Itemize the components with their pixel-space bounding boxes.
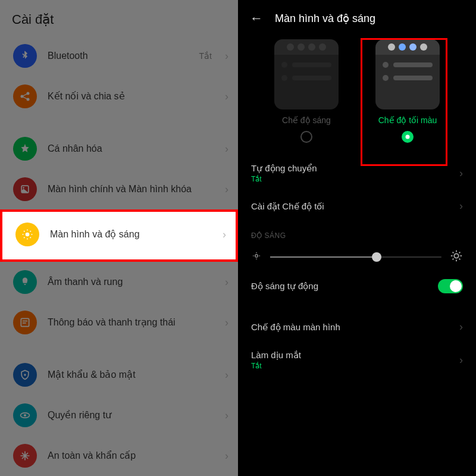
svg-line-33 bbox=[459, 252, 461, 253]
row-label: Chế độ màu màn hình bbox=[251, 322, 459, 333]
settings-item-privacy[interactable]: Quyền riêng tư › bbox=[0, 395, 238, 436]
svg-line-10 bbox=[24, 231, 24, 231]
dark-preview bbox=[375, 39, 440, 109]
light-mode-option[interactable]: Chế độ sáng bbox=[265, 39, 348, 143]
chevron-right-icon: › bbox=[225, 276, 228, 289]
auto-switch-row[interactable]: Tự động chuyển Tắt › bbox=[238, 155, 476, 192]
chevron-right-icon: › bbox=[225, 369, 228, 381]
chevron-right-icon: › bbox=[459, 167, 463, 180]
item-label: Màn hình chính và Màn hình khóa bbox=[48, 183, 214, 196]
svg-point-5 bbox=[26, 233, 30, 237]
emergency-icon bbox=[13, 444, 37, 468]
privacy-icon bbox=[13, 403, 37, 427]
notification-icon bbox=[13, 311, 37, 334]
item-label: An toàn và khẩn cấp bbox=[48, 450, 214, 462]
svg-rect-15 bbox=[23, 321, 27, 322]
row-value: Tắt bbox=[251, 175, 459, 183]
settings-item-bluetooth[interactable]: Bluetooth Tắt › bbox=[0, 36, 238, 76]
sound-icon bbox=[13, 270, 37, 294]
item-label: Âm thanh và rung bbox=[48, 276, 214, 289]
mode-label: Chế độ tối màu bbox=[378, 115, 437, 125]
item-label: Mật khẩu & bảo mật bbox=[48, 369, 214, 381]
settings-item-homescreen[interactable]: Màn hình chính và Màn hình khóa › bbox=[0, 169, 238, 209]
dark-mode-settings-row[interactable]: Cài đặt Chế độ tối › bbox=[238, 192, 476, 221]
brightness-slider[interactable] bbox=[270, 256, 441, 258]
chevron-right-icon: › bbox=[223, 228, 226, 241]
display-settings-panel: ← Màn hình và độ sáng Chế độ sáng Chế độ… bbox=[238, 0, 476, 476]
brightness-high-icon bbox=[450, 249, 463, 265]
chevron-right-icon: › bbox=[225, 90, 228, 103]
auto-brightness-row[interactable]: Độ sáng tự động bbox=[238, 271, 476, 302]
row-label: Tự động chuyển bbox=[251, 163, 459, 174]
svg-point-17 bbox=[24, 374, 26, 375]
svg-point-25 bbox=[454, 253, 458, 258]
brightness-low-icon bbox=[251, 250, 262, 264]
radio-checked[interactable] bbox=[402, 131, 414, 143]
dark-mode-option[interactable]: Chế độ tối màu bbox=[366, 39, 449, 143]
item-label: Thông báo và thanh trạng thái bbox=[48, 317, 214, 329]
lock-icon bbox=[13, 363, 37, 387]
svg-line-11 bbox=[30, 237, 31, 238]
item-value: Tắt bbox=[199, 51, 212, 61]
row-label: Độ sáng tự động bbox=[251, 281, 438, 292]
settings-item-display[interactable]: Màn hình và độ sáng › bbox=[0, 209, 238, 262]
brightness-slider-row bbox=[238, 243, 476, 271]
eye-comfort-row[interactable]: Làm dịu mắt Tắt › bbox=[238, 342, 476, 378]
item-label: Bluetooth bbox=[48, 50, 189, 62]
brightness-section-title: ĐỘ SÁNG bbox=[238, 221, 476, 243]
chevron-right-icon: › bbox=[459, 321, 463, 333]
svg-line-13 bbox=[30, 231, 31, 231]
page-title: Cài đặt bbox=[0, 0, 238, 36]
chevron-right-icon: › bbox=[225, 183, 228, 196]
chevron-right-icon: › bbox=[225, 143, 228, 155]
chevron-right-icon: › bbox=[225, 317, 228, 329]
theme-mode-selector: Chế độ sáng Chế độ tối màu bbox=[238, 36, 476, 155]
item-label: Màn hình và độ sáng bbox=[50, 228, 212, 241]
settings-item-personalize[interactable]: Cá nhân hóa › bbox=[0, 129, 238, 169]
bluetooth-icon bbox=[13, 44, 37, 68]
personalize-icon bbox=[13, 137, 37, 161]
svg-point-1 bbox=[27, 92, 30, 95]
brightness-icon bbox=[15, 223, 39, 246]
header: ← Màn hình và độ sáng bbox=[238, 0, 476, 36]
chevron-right-icon: › bbox=[459, 354, 463, 367]
svg-point-2 bbox=[27, 98, 30, 101]
chevron-right-icon: › bbox=[459, 200, 463, 212]
screen-title: Màn hình và độ sáng bbox=[275, 12, 375, 25]
svg-point-20 bbox=[255, 255, 258, 258]
item-label: Kết nối và chia sẻ bbox=[48, 90, 214, 103]
screen-color-row[interactable]: Chế độ màu màn hình › bbox=[238, 312, 476, 342]
svg-point-19 bbox=[24, 414, 26, 416]
svg-line-32 bbox=[453, 259, 454, 260]
home-icon bbox=[13, 177, 37, 201]
svg-line-31 bbox=[459, 259, 461, 260]
svg-rect-16 bbox=[23, 322, 26, 324]
row-label: Làm dịu mắt bbox=[251, 350, 459, 361]
item-label: Cá nhân hóa bbox=[48, 143, 214, 155]
row-label: Cài đặt Chế độ tối bbox=[251, 201, 459, 212]
settings-panel: Cài đặt Bluetooth Tắt › Kết nối và chia … bbox=[0, 0, 238, 476]
chevron-right-icon: › bbox=[225, 50, 228, 62]
chevron-right-icon: › bbox=[225, 450, 228, 462]
settings-item-password[interactable]: Mật khẩu & bảo mật › bbox=[0, 355, 238, 395]
svg-point-4 bbox=[23, 187, 24, 189]
toggle-on[interactable] bbox=[438, 279, 463, 293]
svg-point-0 bbox=[21, 95, 24, 98]
light-preview bbox=[274, 39, 339, 109]
share-icon bbox=[13, 84, 37, 108]
mode-label: Chế độ sáng bbox=[282, 115, 331, 125]
svg-line-12 bbox=[24, 237, 24, 238]
radio-unchecked[interactable] bbox=[300, 131, 312, 143]
item-label: Quyền riêng tư bbox=[48, 409, 214, 422]
back-button[interactable]: ← bbox=[250, 11, 263, 26]
row-value: Tắt bbox=[251, 362, 459, 370]
settings-item-connection[interactable]: Kết nối và chia sẻ › bbox=[0, 76, 238, 117]
svg-line-30 bbox=[453, 252, 454, 253]
chevron-right-icon: › bbox=[225, 409, 228, 422]
settings-item-emergency[interactable]: An toàn và khẩn cấp › bbox=[0, 436, 238, 476]
settings-item-sound[interactable]: Âm thanh và rung › bbox=[0, 262, 238, 302]
settings-item-notification[interactable]: Thông báo và thanh trạng thái › bbox=[0, 302, 238, 343]
